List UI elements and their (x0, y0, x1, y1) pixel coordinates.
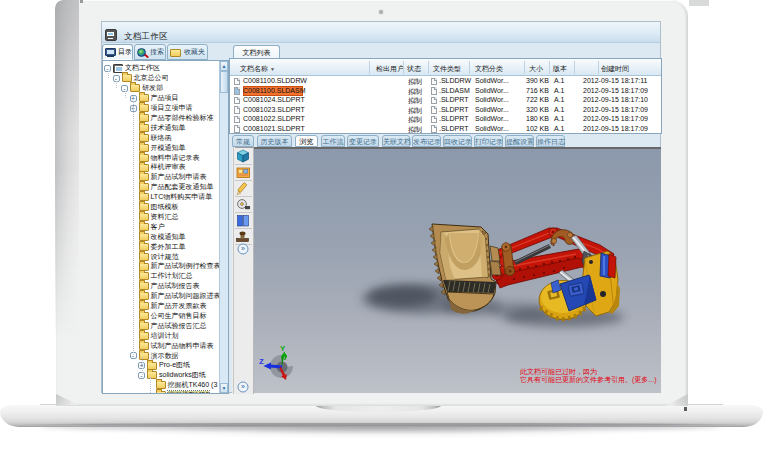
svg-text:Y: Y (280, 344, 286, 353)
svg-text:Z: Z (259, 357, 264, 366)
svg-text:»: » (241, 245, 245, 252)
svg-text:»: » (241, 383, 245, 390)
